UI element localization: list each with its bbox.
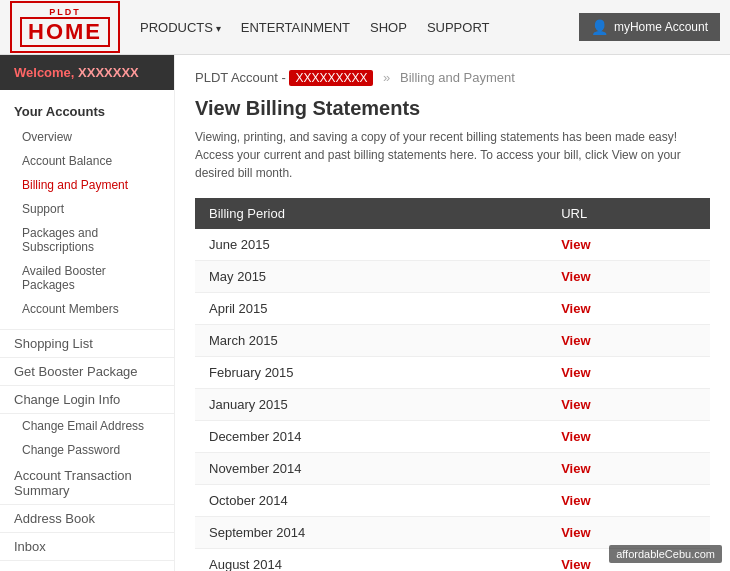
billing-table: Billing Period URL June 2015ViewMay 2015…: [195, 198, 710, 571]
billing-url-cell: View: [547, 517, 710, 549]
pldt-label: PLDT: [49, 7, 81, 17]
sidebar: Welcome, XXXXXXX Your Accounts Overview …: [0, 55, 175, 571]
sidebar-item-inbox[interactable]: Inbox: [0, 533, 174, 561]
sidebar-item-members[interactable]: Account Members: [0, 297, 174, 321]
billing-url-cell: View: [547, 421, 710, 453]
view-link[interactable]: View: [561, 365, 590, 380]
view-link[interactable]: View: [561, 397, 590, 412]
billing-url-cell: View: [547, 325, 710, 357]
table-row: May 2015View: [195, 261, 710, 293]
breadcrumb-separator: »: [383, 70, 390, 85]
view-link[interactable]: View: [561, 461, 590, 476]
billing-period-cell: January 2015: [195, 389, 547, 421]
billing-period-cell: March 2015: [195, 325, 547, 357]
col-url: URL: [547, 198, 710, 229]
table-row: April 2015View: [195, 293, 710, 325]
sidebar-item-packages[interactable]: Packages and Subscriptions: [0, 221, 174, 259]
nav-entertainment[interactable]: ENTERTAINMENT: [241, 20, 350, 35]
billing-period-cell: February 2015: [195, 357, 547, 389]
sidebar-section-accounts: Your Accounts Overview Account Balance B…: [0, 90, 174, 330]
view-link[interactable]: View: [561, 333, 590, 348]
my-account-button[interactable]: 👤 myHome Account: [579, 13, 720, 41]
billing-url-cell: View: [547, 389, 710, 421]
billing-url-cell: View: [547, 549, 710, 572]
billing-url-cell: View: [547, 293, 710, 325]
nav-shop[interactable]: SHOP: [370, 20, 407, 35]
billing-period-cell: August 2014: [195, 549, 547, 572]
billing-url-cell: View: [547, 453, 710, 485]
sidebar-username: XXXXXXX: [78, 65, 139, 80]
sidebar-item-get-booster[interactable]: Get Booster Package: [0, 358, 174, 386]
page-description: Viewing, printing, and saving a copy of …: [195, 128, 710, 182]
logo[interactable]: PLDT HOME: [10, 1, 120, 53]
sidebar-welcome: Welcome, XXXXXXX: [0, 55, 174, 90]
nav-links: PRODUCTS ENTERTAINMENT SHOP SUPPORT: [140, 20, 579, 35]
table-row: September 2014View: [195, 517, 710, 549]
sidebar-item-overview[interactable]: Overview: [0, 125, 174, 149]
sidebar-item-shopping-list[interactable]: Shopping List: [0, 330, 174, 358]
view-link[interactable]: View: [561, 557, 590, 571]
sidebar-section-title-accounts[interactable]: Your Accounts: [0, 98, 174, 125]
main-layout: Welcome, XXXXXXX Your Accounts Overview …: [0, 55, 730, 571]
billing-url-cell: View: [547, 357, 710, 389]
breadcrumb-account-number: XXXXXXXXX: [289, 70, 373, 86]
sidebar-item-change-login[interactable]: Change Login Info: [0, 386, 174, 414]
view-link[interactable]: View: [561, 525, 590, 540]
table-row: June 2015View: [195, 229, 710, 261]
sidebar-item-transaction-summary[interactable]: Account Transaction Summary: [0, 462, 174, 505]
billing-period-cell: April 2015: [195, 293, 547, 325]
view-link[interactable]: View: [561, 301, 590, 316]
sidebar-item-address-book[interactable]: Address Book: [0, 505, 174, 533]
table-row: January 2015View: [195, 389, 710, 421]
table-row: February 2015View: [195, 357, 710, 389]
nav-support[interactable]: SUPPORT: [427, 20, 490, 35]
table-row: October 2014View: [195, 485, 710, 517]
table-row: March 2015View: [195, 325, 710, 357]
view-link[interactable]: View: [561, 493, 590, 508]
view-link[interactable]: View: [561, 237, 590, 252]
breadcrumb-prefix: PLDT Account -: [195, 70, 286, 85]
page-title: View Billing Statements: [195, 97, 710, 120]
sidebar-item-billing-payment[interactable]: Billing and Payment: [0, 173, 174, 197]
billing-period-cell: September 2014: [195, 517, 547, 549]
sidebar-item-support[interactable]: Support: [0, 197, 174, 221]
billing-url-cell: View: [547, 229, 710, 261]
sidebar-item-booster[interactable]: Availed Booster Packages: [0, 259, 174, 297]
billing-period-cell: November 2014: [195, 453, 547, 485]
sidebar-item-change-password[interactable]: Change Password: [0, 438, 174, 462]
billing-period-cell: October 2014: [195, 485, 547, 517]
table-row: August 2014View: [195, 549, 710, 572]
table-row: December 2014View: [195, 421, 710, 453]
user-icon: 👤: [591, 19, 608, 35]
billing-url-cell: View: [547, 261, 710, 293]
nav-products[interactable]: PRODUCTS: [140, 20, 221, 35]
view-link[interactable]: View: [561, 269, 590, 284]
view-link[interactable]: View: [561, 429, 590, 444]
main-content: PLDT Account - XXXXXXXXX » Billing and P…: [175, 55, 730, 571]
table-row: November 2014View: [195, 453, 710, 485]
billing-period-cell: June 2015: [195, 229, 547, 261]
top-navigation: PLDT HOME PRODUCTS ENTERTAINMENT SHOP SU…: [0, 0, 730, 55]
billing-period-cell: May 2015: [195, 261, 547, 293]
breadcrumb: PLDT Account - XXXXXXXXX » Billing and P…: [195, 70, 710, 85]
sidebar-item-account-balance[interactable]: Account Balance: [0, 149, 174, 173]
breadcrumb-current: Billing and Payment: [400, 70, 515, 85]
sidebar-item-change-email[interactable]: Change Email Address: [0, 414, 174, 438]
billing-period-cell: December 2014: [195, 421, 547, 453]
home-label: HOME: [20, 17, 110, 47]
col-billing-period: Billing Period: [195, 198, 547, 229]
billing-url-cell: View: [547, 485, 710, 517]
